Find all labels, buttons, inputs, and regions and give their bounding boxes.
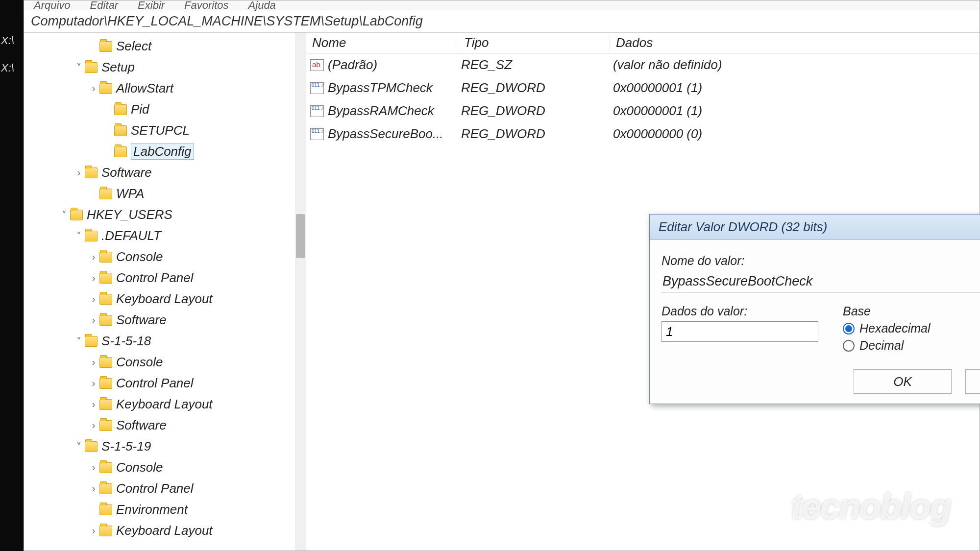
col-header-data[interactable]: Dados	[610, 35, 980, 50]
cell-name: BypassRAMCheck	[306, 103, 458, 119]
dialog-buttons: OK Cancelar	[662, 369, 980, 394]
tree-item[interactable]: Environment	[24, 499, 306, 520]
dword-value-icon	[310, 128, 324, 140]
dialog-titlebar[interactable]: Editar Valor DWORD (32 bits) X	[650, 215, 980, 240]
value-row[interactable]: (Padrão)REG_SZ(valor não definido)	[306, 53, 980, 76]
folder-icon	[85, 441, 98, 452]
tree-item-label: Environment	[116, 502, 188, 517]
chevron-right-icon[interactable]: ›	[88, 293, 99, 305]
tree-item[interactable]: ˅S-1-5-18	[24, 331, 306, 352]
tree-item[interactable]: ›Software	[24, 162, 306, 183]
folder-icon	[99, 273, 112, 284]
tree-item[interactable]: Pid	[24, 99, 306, 120]
chevron-down-icon[interactable]: ˅	[73, 335, 85, 347]
tree-scrollbar[interactable]	[295, 33, 306, 551]
tree-item[interactable]: ˅.DEFAULT	[24, 225, 306, 246]
registry-tree[interactable]: Select˅Setup›AllowStartPidSETUPCLLabConf…	[24, 33, 306, 541]
tree-item-label: LabConfig	[131, 144, 194, 160]
folder-icon	[70, 210, 83, 220]
tree-item-label: Software	[116, 418, 167, 433]
tree-item[interactable]: ›Software	[24, 415, 306, 436]
tree-item-label: Keyboard Layout	[116, 291, 213, 307]
folder-icon	[99, 83, 112, 94]
tree-item[interactable]: ›Console	[24, 246, 306, 267]
folder-icon	[99, 294, 112, 305]
chevron-down-icon[interactable]: ˅	[58, 209, 70, 221]
scrollbar-thumb[interactable]	[296, 214, 305, 258]
folder-icon	[85, 336, 98, 347]
tree-item[interactable]: ›AllowStart	[24, 78, 306, 99]
value-name-label: Nome do valor:	[662, 254, 980, 268]
folder-icon	[99, 504, 112, 515]
menu-edit[interactable]: Editar	[90, 0, 118, 12]
menu-favorites[interactable]: Favoritos	[184, 0, 228, 12]
folder-icon	[99, 315, 112, 326]
chevron-right-icon[interactable]: ›	[88, 272, 99, 284]
radio-dec[interactable]	[843, 340, 855, 352]
value-row[interactable]: BypassTPMCheckREG_DWORD0x00000001 (1)	[306, 76, 980, 99]
cell-data: (valor não definido)	[610, 57, 980, 72]
cancel-button[interactable]: Cancelar	[965, 369, 980, 394]
chevron-right-icon[interactable]: ›	[88, 378, 99, 389]
chevron-down-icon[interactable]: ˅	[73, 230, 85, 242]
menu-view[interactable]: Exibir	[138, 0, 165, 12]
chevron-down-icon[interactable]: ˅	[73, 62, 85, 73]
tree-item[interactable]: ˅Setup	[24, 57, 306, 78]
folder-icon	[99, 483, 112, 494]
tree-item[interactable]: ›Console	[24, 457, 306, 478]
chevron-right-icon[interactable]: ›	[88, 399, 99, 410]
list-header: Nome Tipo Dados	[306, 33, 980, 53]
radio-hex-row[interactable]: Hexadecimal	[843, 321, 931, 335]
bg-text: X:\	[1, 62, 23, 74]
tree-item[interactable]: ›Control Panel	[24, 478, 306, 499]
tree-item[interactable]: WPA	[24, 183, 306, 204]
tree-item[interactable]: ›Keyboard Layout	[24, 288, 306, 310]
value-data-input[interactable]	[662, 321, 818, 342]
col-header-name[interactable]: Nome	[306, 35, 458, 50]
tree-item[interactable]: ›Control Panel	[24, 373, 306, 394]
menu-help[interactable]: Ajuda	[248, 0, 276, 12]
value-list-panel: Nome Tipo Dados (Padrão)REG_SZ(valor não…	[306, 33, 980, 551]
value-list[interactable]: (Padrão)REG_SZ(valor não definido)Bypass…	[306, 53, 980, 145]
chevron-right-icon[interactable]: ›	[88, 420, 99, 431]
tree-item[interactable]: ›Console	[24, 352, 306, 373]
cell-name: BypassSecureBoo...	[306, 126, 458, 142]
ok-button[interactable]: OK	[854, 369, 952, 394]
menu-bar: Arquivo Editar Exibir Favoritos Ajuda	[24, 0, 980, 10]
cell-name: BypassTPMCheck	[306, 80, 458, 96]
folder-icon	[99, 462, 112, 473]
chevron-right-icon[interactable]: ›	[88, 314, 99, 326]
radio-hex-label: Hexadecimal	[859, 321, 931, 335]
value-row[interactable]: BypassSecureBoo...REG_DWORD0x00000000 (0…	[306, 122, 980, 145]
chevron-right-icon[interactable]: ›	[88, 251, 99, 263]
radio-dec-row[interactable]: Decimal	[843, 338, 931, 353]
value-row[interactable]: BypassRAMCheckREG_DWORD0x00000001 (1)	[306, 99, 980, 122]
tree-item[interactable]: ˅S-1-5-19	[24, 436, 306, 457]
tree-item[interactable]: ›Control Panel	[24, 267, 306, 288]
chevron-right-icon[interactable]: ›	[88, 462, 99, 473]
tree-item[interactable]: Select	[24, 36, 306, 57]
chevron-right-icon[interactable]: ›	[88, 357, 99, 368]
menu-file[interactable]: Arquivo	[34, 0, 71, 12]
tree-panel: Select˅Setup›AllowStartPidSETUPCLLabConf…	[24, 33, 306, 551]
dialog-body: Nome do valor: BypassSecureBootCheck Dad…	[650, 240, 980, 404]
value-name: (Padrão)	[328, 57, 377, 72]
folder-icon	[99, 378, 112, 389]
chevron-right-icon[interactable]: ›	[88, 83, 99, 94]
value-name-field[interactable]: BypassSecureBootCheck	[662, 271, 980, 292]
radio-hex[interactable]	[843, 323, 855, 335]
tree-item[interactable]: SETUPCL	[24, 120, 306, 141]
chevron-right-icon[interactable]: ›	[88, 483, 99, 494]
tree-item[interactable]: ›Software	[24, 310, 306, 331]
tree-item[interactable]: ›Keyboard Layout	[24, 520, 306, 541]
tree-item[interactable]: ˅HKEY_USERS	[24, 204, 306, 225]
col-header-type[interactable]: Tipo	[458, 35, 610, 50]
tree-item[interactable]: ›Keyboard Layout	[24, 394, 306, 415]
chevron-right-icon[interactable]: ›	[73, 167, 85, 178]
tree-item[interactable]: LabConfig	[24, 141, 306, 162]
cell-data: 0x00000001 (1)	[610, 80, 980, 96]
chevron-down-icon[interactable]: ˅	[73, 441, 85, 453]
address-bar[interactable]: Computador\HKEY_LOCAL_MACHINE\SYSTEM\Set…	[24, 10, 980, 33]
tree-item-label: S-1-5-19	[101, 439, 151, 454]
chevron-right-icon[interactable]: ›	[88, 525, 99, 536]
